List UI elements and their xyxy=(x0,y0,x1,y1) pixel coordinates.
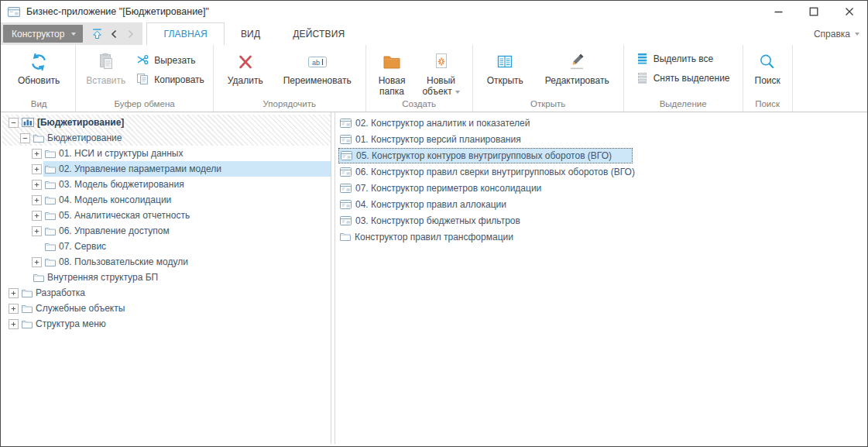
expand-icon[interactable] xyxy=(32,164,42,174)
list-item[interactable]: 03. Конструктор бюджетных фильтров xyxy=(335,212,866,229)
paste-button[interactable]: Вставить xyxy=(80,46,132,86)
list-item-body[interactable]: 03. Конструктор бюджетных фильтров xyxy=(338,213,522,229)
tree-item[interactable]: Разработка xyxy=(2,285,331,301)
tree-item[interactable]: [Бюджетирование] xyxy=(2,115,331,130)
folder-icon xyxy=(22,320,33,328)
close-button[interactable] xyxy=(832,1,867,22)
chart-node-icon xyxy=(22,118,34,127)
tree-item[interactable]: 01. НСИ и структуры данных xyxy=(2,146,331,161)
select-all-button[interactable]: Выделить все xyxy=(632,51,735,67)
tree-item[interactable]: Внутренняя структура БП xyxy=(2,270,331,285)
new-folder-button[interactable]: Новая папка xyxy=(372,46,412,97)
ribbon-group-search: Поиск Поиск xyxy=(743,45,793,112)
copy-button[interactable]: Копировать xyxy=(132,72,209,88)
expand-icon[interactable] xyxy=(32,149,42,159)
expand-icon[interactable] xyxy=(9,288,19,298)
tree-item-body[interactable]: Разработка xyxy=(20,285,331,301)
tree-item[interactable]: 05. Аналитическая отчетность xyxy=(2,208,331,223)
collapse-icon[interactable] xyxy=(20,133,30,143)
tree-item-body[interactable]: Внутренняя структура БП xyxy=(32,270,331,285)
expand-icon[interactable] xyxy=(32,211,42,221)
object-list: 02. Конструктор аналитик и показателей01… xyxy=(335,112,866,444)
search-icon xyxy=(757,50,777,74)
tree-item[interactable]: Структура меню xyxy=(2,316,331,332)
expand-icon[interactable] xyxy=(9,319,19,329)
cut-button[interactable]: Вырезать xyxy=(132,53,209,68)
list-item[interactable]: 05. Конструктор контуров внутригрупповых… xyxy=(335,147,866,163)
tree-item[interactable]: 08. Пользовательские модули xyxy=(2,254,331,270)
deselect-button[interactable]: Снять выделение xyxy=(632,70,735,86)
list-item[interactable]: 07. Конструктор периметров консолидации xyxy=(335,180,866,196)
list-item[interactable]: Конструктор правил трансформации xyxy=(335,229,866,245)
group-label-organize: Упорядочить xyxy=(221,98,358,112)
tree-item-body[interactable]: 01. НСИ и структуры данных xyxy=(43,146,331,161)
tree-item[interactable]: 03. Модель бюджетирования xyxy=(2,177,331,192)
scissors-icon xyxy=(136,53,149,68)
expand-icon[interactable] xyxy=(32,195,42,205)
tree-item-body[interactable]: 05. Аналитическая отчетность xyxy=(43,208,331,223)
ribbon-group-create: Новая папка Новый объект Создать xyxy=(366,45,473,112)
tab-vid[interactable]: ВИД xyxy=(225,22,276,45)
list-item-body[interactable]: 01. Конструктор версий планирования xyxy=(338,132,523,147)
tree-item[interactable]: Служебные объекты xyxy=(2,301,331,316)
list-item[interactable]: 01. Конструктор версий планирования xyxy=(335,131,866,147)
tree-item-body[interactable]: [Бюджетирование] xyxy=(20,115,331,130)
tab-glavnaya[interactable]: ГЛАВНАЯ xyxy=(146,22,224,45)
refresh-button[interactable]: Обновить xyxy=(12,46,66,86)
tree-item-body[interactable]: 03. Модель бюджетирования xyxy=(43,177,331,192)
tree-item-body[interactable]: 04. Модель консолидации xyxy=(43,192,331,208)
folder-icon xyxy=(45,181,56,189)
tab-deystviya[interactable]: ДЕЙСТВИЯ xyxy=(276,22,361,45)
list-item-body[interactable]: 04. Конструктор правил аллокации xyxy=(338,197,508,212)
tree-item[interactable]: Бюджетирование xyxy=(2,130,331,146)
tree-item-body[interactable]: Бюджетирование xyxy=(32,130,331,146)
expand-icon[interactable] xyxy=(32,226,42,236)
back-button[interactable] xyxy=(105,25,122,43)
forward-button[interactable] xyxy=(122,25,139,43)
list-item[interactable]: 06. Конструктор правил сверки внутригруп… xyxy=(335,163,866,180)
up-level-button[interactable] xyxy=(88,25,105,43)
list-item[interactable]: 02. Конструктор аналитик и показателей xyxy=(335,115,866,131)
minimize-button[interactable] xyxy=(760,1,796,22)
edit-button[interactable]: Редактировать xyxy=(539,46,616,86)
list-item-body[interactable]: Конструктор правил трансформации xyxy=(338,229,515,245)
help-menu[interactable]: Справка xyxy=(814,22,859,45)
tree-item[interactable]: 07. Сервис xyxy=(2,239,331,254)
tree-item-body[interactable]: 08. Пользовательские модули xyxy=(43,254,331,270)
expand-icon[interactable] xyxy=(9,304,19,314)
tree-item[interactable]: 02. Управление параметрами модели xyxy=(2,161,331,177)
tree-item-body[interactable]: 06. Управление доступом xyxy=(43,223,331,239)
ribbon-group-open: Открыть Редактировать Открыть xyxy=(473,45,624,112)
folder-icon xyxy=(45,242,56,251)
tree-item-body[interactable]: 02. Управление параметрами модели xyxy=(43,161,331,177)
folder-icon xyxy=(33,134,44,143)
new-object-button[interactable]: Новый объект xyxy=(416,46,465,97)
paste-icon xyxy=(96,50,116,74)
list-item-body[interactable]: 05. Конструктор контуров внутригрупповых… xyxy=(338,148,633,163)
ribbon-group-organize: Удалить ab Переименовать Упорядочить xyxy=(214,45,366,112)
open-button[interactable]: Открыть xyxy=(481,46,530,86)
tree-item[interactable]: 06. Управление доступом xyxy=(2,223,331,239)
new-folder-label-2: папка xyxy=(379,86,406,97)
delete-label: Удалить xyxy=(228,75,263,86)
list-item-body[interactable]: 06. Конструктор правил сверки внутригруп… xyxy=(338,164,636,180)
tree-item-body[interactable]: Структура меню xyxy=(20,316,331,332)
collapse-icon[interactable] xyxy=(9,118,19,128)
select-all-label: Выделить все xyxy=(654,53,714,64)
expand-icon[interactable] xyxy=(32,180,42,190)
tree-item-label: 01. НСИ и структуры данных xyxy=(59,148,183,159)
tree-item-body[interactable]: Служебные объекты xyxy=(20,301,331,316)
delete-button[interactable]: Удалить xyxy=(221,46,269,86)
list-item-body[interactable]: 07. Конструктор периметров консолидации xyxy=(338,181,543,196)
tree-item-body[interactable]: 07. Сервис xyxy=(43,239,331,254)
rename-button[interactable]: ab Переименовать xyxy=(277,46,358,86)
title-bar: Бизнес-приложение "[Бюджетирование]" xyxy=(1,1,867,22)
expand-icon[interactable] xyxy=(32,257,42,267)
constructor-menu-button[interactable]: Конструктор xyxy=(3,25,83,43)
maximize-button[interactable] xyxy=(796,1,832,22)
ribbon-group-view: Обновить Вид xyxy=(2,45,76,112)
list-item[interactable]: 04. Конструктор правил аллокации xyxy=(335,196,866,212)
search-button[interactable]: Поиск xyxy=(749,46,787,86)
tree-item[interactable]: 04. Модель консолидации xyxy=(2,192,331,208)
list-item-body[interactable]: 02. Конструктор аналитик и показателей xyxy=(338,115,531,131)
